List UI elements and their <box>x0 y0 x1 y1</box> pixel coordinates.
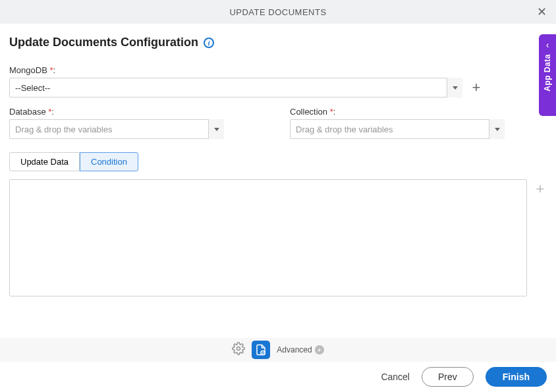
dialog-content: Update Documents Configuration i MongoDB… <box>0 24 556 296</box>
bottom-toolbar: Advanced + <box>0 338 556 362</box>
database-label: Database *: <box>9 107 266 117</box>
page-title-row: Update Documents Configuration i <box>9 36 547 49</box>
database-label-text: Database <box>9 107 46 117</box>
condition-box[interactable] <box>9 179 527 296</box>
cancel-button[interactable]: Cancel <box>381 372 410 382</box>
chevron-left-icon: ‹ <box>546 40 549 50</box>
collection-input[interactable] <box>290 119 505 139</box>
mongodb-field: MongoDB *: + <box>9 65 547 98</box>
add-mongodb-button[interactable]: + <box>469 80 484 95</box>
required-asterisk: * <box>330 107 333 117</box>
mongodb-label-text: MongoDB <box>9 65 47 75</box>
prev-button[interactable]: Prev <box>422 367 474 387</box>
document-check-icon <box>255 344 267 356</box>
condition-add-wrap: + <box>534 179 547 296</box>
gear-icon <box>232 342 245 355</box>
close-icon: ✕ <box>537 5 547 19</box>
collection-label: Collection *: <box>290 107 547 117</box>
mongodb-select[interactable] <box>9 78 462 98</box>
close-button[interactable]: ✕ <box>535 5 548 18</box>
advanced-button[interactable]: Advanced + <box>277 345 323 354</box>
info-icon[interactable]: i <box>204 38 214 48</box>
database-input[interactable] <box>9 119 224 139</box>
tab-condition[interactable]: Condition <box>80 152 138 171</box>
mongodb-label: MongoDB *: <box>9 65 547 75</box>
settings-button[interactable] <box>232 342 245 358</box>
collection-input-wrap <box>290 119 505 139</box>
database-field: Database *: <box>9 107 266 139</box>
plus-icon: + <box>472 79 481 96</box>
finish-button[interactable]: Finish <box>486 367 547 387</box>
add-condition-button[interactable]: + <box>534 182 547 196</box>
collection-field: Collection *: <box>290 107 547 139</box>
plus-circle-icon: + <box>315 345 324 354</box>
tabs: Update Data Condition <box>9 152 547 171</box>
dialog-title: UPDATE DOCUMENTS <box>229 7 326 17</box>
app-data-label: App Data <box>543 54 552 92</box>
app-data-panel-toggle[interactable]: ‹ App Data <box>539 34 556 116</box>
mongodb-select-wrap <box>9 78 462 98</box>
db-collection-row: Database *: Collection *: <box>9 107 547 139</box>
advanced-label: Advanced <box>277 345 312 354</box>
dialog-header: UPDATE DOCUMENTS ✕ <box>0 0 556 24</box>
condition-area: + <box>9 179 547 296</box>
plus-icon: + <box>536 181 545 198</box>
collection-label-text: Collection <box>290 107 327 117</box>
mongodb-row: + <box>9 78 547 98</box>
tab-update-data[interactable]: Update Data <box>9 152 80 171</box>
database-input-wrap <box>9 119 224 139</box>
required-asterisk: * <box>49 65 53 75</box>
svg-point-0 <box>237 347 240 350</box>
page-title: Update Documents Configuration <box>9 36 198 49</box>
dialog-footer: Cancel Prev Finish <box>0 362 556 392</box>
required-asterisk: * <box>48 107 51 117</box>
document-mode-button[interactable] <box>252 341 270 359</box>
